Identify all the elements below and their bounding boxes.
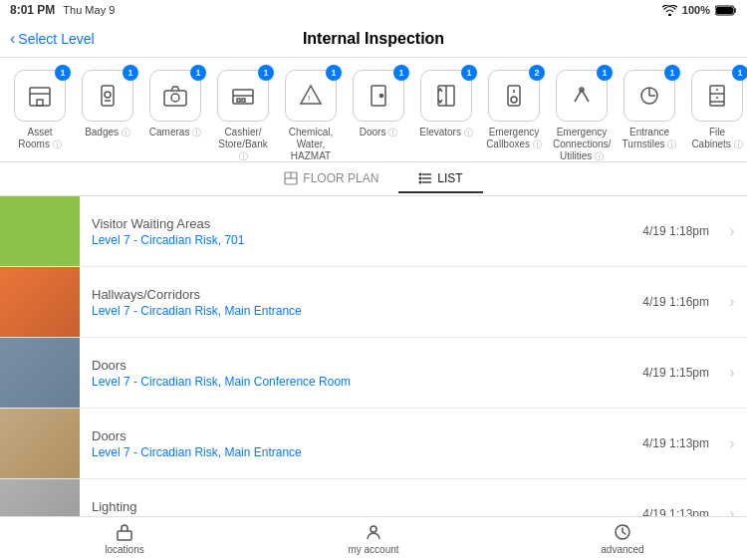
list-icon [418, 171, 432, 185]
list-item-chevron-icon: › [717, 267, 747, 337]
list-item-thumbnail [0, 409, 80, 478]
floor-plan-icon [284, 171, 298, 185]
svg-point-39 [420, 177, 422, 179]
svg-rect-13 [242, 99, 245, 102]
tab-my-account[interactable]: my account [249, 517, 498, 560]
category-item-chemical[interactable]: !1Chemical, Water, HAZMAT Storage ⓘ [281, 66, 341, 162]
floor-plan-label: FLOOR PLAN [303, 171, 378, 185]
item-type-label: Visitor Waiting Areas [92, 216, 586, 231]
item-date: 4/19 1:13pm [598, 479, 717, 516]
back-button[interactable]: ‹ Select Level [10, 30, 95, 48]
locations-label: locations [105, 544, 143, 555]
category-bar: 1Asset Rooms ⓘ1Badges ⓘ1Cameras ⓘ1Cashie… [0, 58, 747, 162]
item-date-text: 4/19 1:13pm [642, 436, 709, 450]
battery-icon: 100% [682, 4, 710, 16]
entrance-turnstiles-badge: 1 [664, 65, 680, 81]
list-item-chevron-icon: › [717, 338, 747, 408]
item-location-label: Level 7 - Circadian Risk, Main Conferenc… [92, 375, 586, 389]
category-item-badges[interactable]: 1Badges ⓘ [78, 66, 137, 139]
category-item-asset-rooms[interactable]: 1Asset Rooms ⓘ [10, 66, 70, 150]
item-location-label: Level 7 - Circadian Risk, Main Entrance [92, 445, 586, 459]
category-item-entrance-turnstiles[interactable]: 1Entrance Turnstiles ⓘ [620, 66, 679, 150]
file-cabinets-icon-wrap: 1 [691, 70, 743, 122]
list-button[interactable]: LIST [398, 165, 482, 193]
category-item-file-cabinets[interactable]: 1File Cabinets ⓘ [687, 66, 747, 150]
tab-locations[interactable]: locations [0, 517, 249, 560]
inspection-list: Visitor Waiting AreasLevel 7 - Circadian… [0, 196, 747, 516]
floor-plan-button[interactable]: FLOOR PLAN [264, 165, 398, 193]
svg-point-38 [420, 173, 422, 175]
svg-rect-12 [237, 99, 240, 102]
list-item-content: LightingLevel 7 - Circadian Risk, 701 [80, 479, 598, 516]
category-item-emergency-callboxes[interactable]: 2Emergency Callboxes ⓘ [484, 66, 544, 150]
item-type-label: Hallways/Corridors [92, 287, 586, 302]
cameras-label: Cameras ⓘ [149, 127, 201, 139]
cashier-label: Cashier/ Store/Bank ⓘ [214, 127, 272, 162]
category-item-doors[interactable]: 1Doors ⓘ [349, 66, 408, 139]
cameras-badge: 1 [190, 65, 206, 81]
advanced-icon [613, 522, 632, 542]
item-date: 4/19 1:15pm [598, 338, 717, 408]
chemical-badge: 1 [326, 65, 342, 81]
badges-badge: 1 [123, 65, 138, 81]
table-row[interactable]: DoorsLevel 7 - Circadian Risk, Main Entr… [0, 409, 747, 479]
item-date-text: 4/19 1:15pm [642, 366, 709, 380]
asset-rooms-label: Asset Rooms ⓘ [11, 127, 69, 150]
item-date-text: 4/19 1:13pm [642, 507, 709, 516]
emergency-callboxes-icon-wrap: 2 [488, 70, 540, 122]
item-location-label: Level 7 - Circadian Risk, Main Entrance [92, 304, 586, 318]
list-item-chevron-icon: › [717, 196, 747, 266]
list-item-content: DoorsLevel 7 - Circadian Risk, Main Entr… [80, 409, 598, 478]
category-item-cameras[interactable]: 1Cameras ⓘ [145, 66, 205, 139]
elevators-label: Elevators ⓘ [419, 127, 472, 139]
entrance-turnstiles-icon-wrap: 1 [623, 70, 675, 122]
list-item-chevron-icon: › [717, 479, 747, 516]
asset-rooms-badge: 1 [55, 65, 71, 81]
status-day: Thu May 9 [63, 4, 115, 16]
nav-bar: ‹ Select Level Internal Inspection [0, 20, 747, 58]
tab-bar: locations my account advanced [0, 516, 747, 560]
advanced-label: advanced [601, 544, 643, 555]
list-item-thumbnail [0, 479, 80, 516]
back-label: Select Level [18, 31, 94, 47]
item-date-text: 4/19 1:16pm [642, 295, 709, 309]
item-date: 4/19 1:18pm [598, 196, 717, 266]
svg-point-40 [420, 181, 422, 183]
svg-rect-41 [118, 531, 131, 540]
svg-rect-2 [30, 88, 50, 106]
page-title: Internal Inspection [303, 30, 444, 48]
file-cabinets-badge: 1 [732, 65, 747, 81]
list-label: LIST [437, 171, 462, 185]
cashier-badge: 1 [258, 65, 274, 81]
table-row[interactable]: Hallways/CorridorsLevel 7 - Circadian Ri… [0, 267, 747, 338]
table-row[interactable]: LightingLevel 7 - Circadian Risk, 7014/1… [0, 479, 747, 516]
table-row[interactable]: Visitor Waiting AreasLevel 7 - Circadian… [0, 196, 747, 267]
battery-indicator [715, 5, 737, 16]
emergency-connections-badge: 1 [597, 65, 613, 81]
elevators-icon-wrap: 1 [420, 70, 472, 122]
view-toggle: FLOOR PLAN LIST [0, 162, 747, 196]
emergency-callboxes-label: Emergency Callboxes ⓘ [485, 127, 543, 150]
category-item-emergency-connections[interactable]: 1Emergency Connections/ Utilities ⓘ [552, 66, 612, 162]
back-chevron-icon: ‹ [10, 30, 15, 48]
tab-advanced[interactable]: advanced [498, 517, 747, 560]
badges-icon-wrap: 1 [82, 70, 133, 122]
my-account-label: my account [348, 544, 398, 555]
list-item-content: Visitor Waiting AreasLevel 7 - Circadian… [80, 196, 598, 266]
status-bar: 8:01 PM Thu May 9 100% [0, 0, 747, 20]
doors-badge: 1 [393, 65, 409, 81]
table-row[interactable]: DoorsLevel 7 - Circadian Risk, Main Conf… [0, 338, 747, 409]
item-date: 4/19 1:16pm [598, 267, 717, 337]
category-item-elevators[interactable]: 1Elevators ⓘ [416, 66, 476, 139]
svg-rect-4 [37, 100, 43, 106]
emergency-connections-label: Emergency Connections/ Utilities ⓘ [553, 127, 611, 162]
item-date: 4/19 1:13pm [598, 409, 717, 478]
list-item-content: Hallways/CorridorsLevel 7 - Circadian Ri… [80, 267, 598, 337]
doors-label: Doors ⓘ [360, 127, 397, 139]
svg-point-9 [171, 94, 179, 102]
doors-icon-wrap: 1 [353, 70, 404, 122]
cashier-icon-wrap: 1 [217, 70, 269, 122]
list-item-thumbnail [0, 267, 80, 337]
locations-icon [115, 522, 134, 542]
category-item-cashier[interactable]: 1Cashier/ Store/Bank ⓘ [213, 66, 273, 162]
